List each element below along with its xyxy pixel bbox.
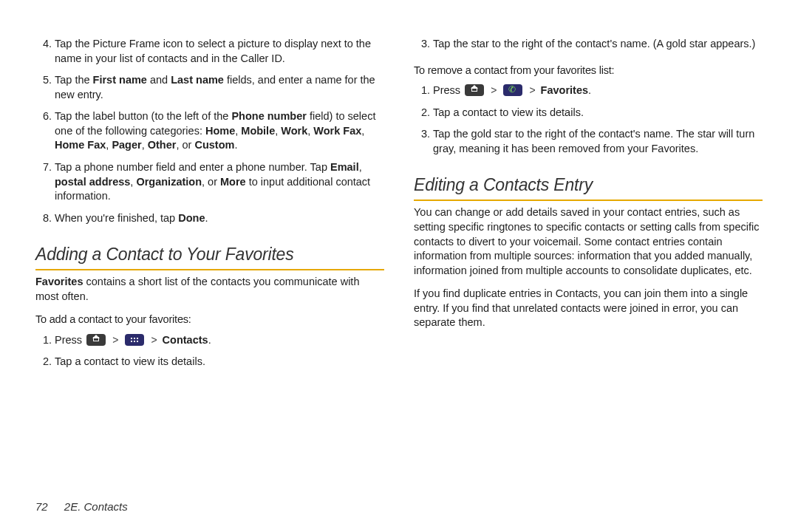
chevron-icon: > <box>491 84 497 96</box>
chevron-icon: > <box>529 84 535 96</box>
remove-step-2: Tap a contact to view its details. <box>433 106 763 120</box>
home-icon <box>465 84 484 96</box>
step-7: Tap a phone number field and enter a pho… <box>55 160 384 204</box>
step-4-text: Tap the Picture Frame icon to select a p… <box>55 38 371 64</box>
remove-favorite-steps: Press > > Favorites. Tap a contact to vi… <box>414 83 763 156</box>
step-5: Tap the First name and Last name fields,… <box>55 73 384 102</box>
add-step-1: Press > > Contacts. <box>55 333 384 348</box>
app-grid-icon <box>125 334 144 346</box>
remove-favorite-subhead: To remove a contact from your favorites … <box>414 64 763 78</box>
right-column: Tap the star to the right of the contact… <box>414 37 763 532</box>
editing-paragraph-2: If you find duplicate entries in Contact… <box>414 287 763 330</box>
create-contact-steps-continued: Tap the Picture Frame icon to select a p… <box>35 37 384 225</box>
add-favorite-steps-continued: Tap the star to the right of the contact… <box>414 37 763 52</box>
editing-paragraph-1: You can change or add details saved in y… <box>414 205 763 278</box>
remove-step-3: Tap the gold star to the right of the co… <box>433 127 763 156</box>
step-8: When you're finished, tap Done. <box>55 211 384 226</box>
add-favorite-steps: Press > > Contacts. Tap a contact to vie… <box>35 333 384 369</box>
manual-page: Tap the Picture Frame icon to select a p… <box>0 0 798 532</box>
heading-editing-entry: Editing a Contacts Entry <box>414 174 763 201</box>
chevron-icon: > <box>112 334 118 346</box>
page-footer: 72 2E. Contacts <box>35 499 128 514</box>
page-number: 72 <box>35 500 48 513</box>
phone-icon <box>503 84 522 96</box>
add-step-3: Tap the star to the right of the contact… <box>433 37 763 52</box>
chevron-icon: > <box>151 334 157 346</box>
home-icon <box>86 334 106 346</box>
remove-step-1: Press > > Favorites. <box>433 83 763 98</box>
favorites-intro: Favorites contains a short list of the c… <box>35 275 384 304</box>
step-6: Tap the label button (to the left of the… <box>55 109 384 153</box>
heading-add-favorite: Adding a Contact to Your Favorites <box>35 243 384 270</box>
step-4: Tap the Picture Frame icon to select a p… <box>55 37 384 66</box>
add-favorite-subhead: To add a contact to your favorites: <box>35 313 384 327</box>
add-step-2: Tap a contact to view its details. <box>55 355 384 369</box>
left-column: Tap the Picture Frame icon to select a p… <box>35 37 384 532</box>
section-label: 2E. Contacts <box>64 500 128 513</box>
